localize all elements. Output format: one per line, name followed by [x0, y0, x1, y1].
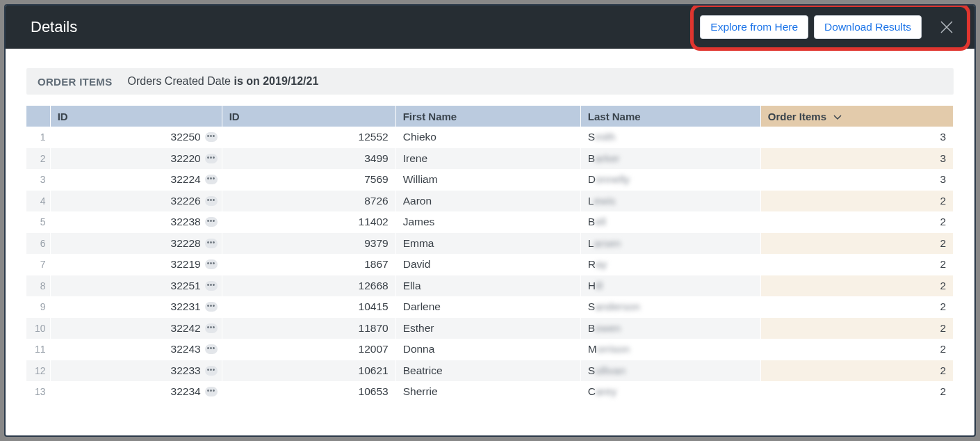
cell-last-name[interactable]: Morrison [580, 339, 760, 360]
cell-first-name[interactable]: Chieko [395, 127, 580, 148]
cell-id2[interactable]: 11870 [222, 318, 395, 339]
cell-order-items[interactable]: 2 [760, 191, 953, 212]
cell-first-name[interactable]: Aaron [395, 191, 580, 212]
cell-first-name[interactable]: Esther [395, 318, 580, 339]
cell-order-items[interactable]: 2 [760, 318, 953, 339]
cell-id1[interactable]: 32228••• [50, 233, 222, 255]
more-icon[interactable]: ••• [205, 154, 218, 163]
cell-last-name[interactable]: Hill [580, 275, 760, 297]
cell-id2[interactable]: 3499 [222, 148, 395, 170]
cell-first-name[interactable]: Sherrie [395, 381, 580, 403]
last-name-initial: M [588, 343, 597, 355]
table-row[interactable]: 332224•••7569WilliamDonnelly3 [26, 169, 954, 191]
table-row[interactable]: 132250•••12552ChiekoSmith3 [26, 127, 954, 148]
cell-id2[interactable]: 7569 [222, 169, 395, 191]
cell-id1[interactable]: 32234••• [50, 381, 222, 403]
col-first-name[interactable]: First Name [395, 106, 580, 127]
cell-last-name[interactable]: Sullivan [580, 360, 760, 382]
cell-id2[interactable]: 12007 [222, 339, 395, 360]
cell-id2[interactable]: 12668 [222, 275, 395, 297]
table-row[interactable]: 1232233•••10621BeatriceSullivan2 [26, 360, 954, 382]
cell-last-name[interactable]: Carey [580, 381, 760, 403]
col-last-name[interactable]: Last Name [580, 106, 760, 127]
cell-first-name[interactable]: James [395, 211, 580, 233]
cell-last-name[interactable]: Donnelly [580, 169, 760, 191]
cell-order-items[interactable]: 2 [760, 360, 953, 382]
explore-from-here-button[interactable]: Explore from Here [700, 15, 808, 39]
cell-last-name[interactable]: Larsen [580, 233, 760, 255]
cell-id1[interactable]: 32231••• [50, 296, 222, 318]
more-icon[interactable]: ••• [205, 239, 218, 248]
cell-last-name[interactable]: Ray [580, 254, 760, 275]
download-results-button[interactable]: Download Results [814, 15, 922, 39]
cell-id1[interactable]: 32219••• [50, 254, 222, 275]
table-row[interactable]: 1032242•••11870EstherBowen2 [26, 318, 954, 339]
cell-id1[interactable]: 32251••• [50, 275, 222, 297]
cell-id1[interactable]: 32242••• [50, 318, 222, 339]
table-row[interactable]: 932231•••10415DarleneSanderson2 [26, 296, 954, 318]
cell-id2[interactable]: 9379 [222, 233, 395, 255]
cell-id1[interactable]: 32233••• [50, 360, 222, 382]
cell-id1[interactable]: 32250••• [50, 127, 222, 148]
cell-order-items[interactable]: 3 [760, 148, 953, 170]
cell-first-name[interactable]: Irene [395, 148, 580, 170]
cell-id2[interactable]: 12552 [222, 127, 395, 148]
cell-first-name[interactable]: William [395, 169, 580, 191]
cell-first-name[interactable]: David [395, 254, 580, 275]
cell-first-name[interactable]: Emma [395, 233, 580, 255]
more-icon[interactable]: ••• [205, 217, 218, 227]
table-row[interactable]: 632228•••9379EmmaLarsen2 [26, 233, 954, 255]
col-id2[interactable]: ID [222, 106, 395, 127]
cell-order-items[interactable]: 3 [760, 127, 953, 148]
more-icon[interactable]: ••• [205, 387, 218, 396]
cell-last-name[interactable]: Sanderson [580, 296, 760, 318]
cell-last-name[interactable]: Bowen [580, 318, 760, 339]
table-row[interactable]: 832251•••12668EllaHill2 [26, 275, 954, 297]
cell-order-items[interactable]: 2 [760, 381, 953, 403]
cell-id1[interactable]: 32220••• [50, 148, 222, 170]
cell-last-name[interactable]: Lewis [580, 191, 760, 212]
more-icon[interactable]: ••• [205, 132, 218, 142]
cell-id1[interactable]: 32226••• [50, 191, 222, 212]
table-row[interactable]: 1132243•••12007DonnaMorrison2 [26, 339, 954, 360]
table-row[interactable]: 732219•••1867DavidRay2 [26, 254, 954, 275]
table-row[interactable]: 232220•••3499IreneBarker3 [26, 148, 954, 170]
col-id1[interactable]: ID [50, 106, 222, 127]
cell-id1[interactable]: 32224••• [50, 169, 222, 191]
cell-last-name[interactable]: Barker [580, 148, 760, 170]
cell-id2[interactable]: 1867 [222, 254, 395, 275]
more-icon[interactable]: ••• [205, 281, 218, 291]
cell-order-items[interactable]: 2 [760, 296, 953, 318]
cell-first-name[interactable]: Darlene [395, 296, 580, 318]
close-button[interactable] [933, 13, 961, 41]
cell-id2[interactable]: 10653 [222, 381, 395, 403]
col-order-items[interactable]: Order Items [760, 106, 953, 127]
cell-id2[interactable]: 10621 [222, 360, 395, 382]
more-icon[interactable]: ••• [205, 175, 218, 184]
more-icon[interactable]: ••• [205, 323, 218, 333]
cell-first-name[interactable]: Donna [395, 339, 580, 360]
cell-order-items[interactable]: 2 [760, 254, 953, 275]
cell-id2[interactable]: 10415 [222, 296, 395, 318]
cell-order-items[interactable]: 3 [760, 169, 953, 191]
cell-id2[interactable]: 8726 [222, 191, 395, 212]
cell-first-name[interactable]: Beatrice [395, 360, 580, 382]
cell-last-name[interactable]: Smith [580, 127, 760, 148]
cell-id1[interactable]: 32243••• [50, 339, 222, 360]
cell-last-name[interactable]: Bell [580, 211, 760, 233]
cell-id2[interactable]: 11402 [222, 211, 395, 233]
table-row[interactable]: 432226•••8726AaronLewis2 [26, 191, 954, 212]
more-icon[interactable]: ••• [205, 196, 218, 206]
table-row[interactable]: 532238•••11402JamesBell2 [26, 211, 954, 233]
more-icon[interactable]: ••• [205, 366, 218, 376]
cell-order-items[interactable]: 2 [760, 211, 953, 233]
table-row[interactable]: 1332234•••10653SherrieCarey2 [26, 381, 954, 403]
more-icon[interactable]: ••• [205, 302, 218, 312]
cell-id1[interactable]: 32238••• [50, 211, 222, 233]
more-icon[interactable]: ••• [205, 344, 218, 354]
cell-order-items[interactable]: 2 [760, 275, 953, 297]
cell-order-items[interactable]: 2 [760, 339, 953, 360]
more-icon[interactable]: ••• [205, 259, 218, 269]
cell-first-name[interactable]: Ella [395, 275, 580, 297]
cell-order-items[interactable]: 2 [760, 233, 953, 255]
